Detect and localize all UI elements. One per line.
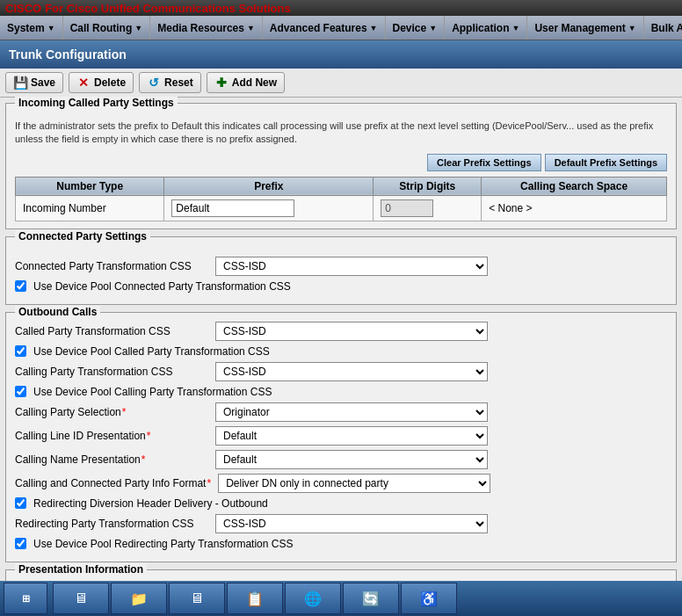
calling-line-id-select[interactable]: DefaultAllowedRestricted xyxy=(215,426,488,446)
connected-section-title: Connected Party Settings xyxy=(15,230,150,243)
use-device-pool-calling-row: Use Device Pool Calling Party Transforma… xyxy=(15,386,667,398)
taskbar-btn-4[interactable]: 📋 xyxy=(227,583,283,614)
nav-call-routing-arrow: ▼ xyxy=(134,24,142,33)
nav-bulk-administration-label: Bulk Administration xyxy=(651,22,682,34)
calling-name-presentation-row: Calling Name Presentation DefaultAllowed… xyxy=(15,450,667,469)
nav-bar: System ▼ Call Routing ▼ Media Resources … xyxy=(0,16,682,40)
delete-label: Delete xyxy=(94,76,126,89)
nav-bulk-administration[interactable]: Bulk Administration xyxy=(644,16,682,40)
brand-subtitle: For Cisco Unified Communications Solutio… xyxy=(45,2,291,15)
incoming-called-party-section: Incoming Called Party Settings If the ad… xyxy=(5,103,677,229)
taskbar-icon-4: 📋 xyxy=(246,591,264,607)
calling-connected-party-info-select[interactable]: Deliver DN only in connected partyDelive… xyxy=(218,474,490,493)
taskbar-btn-3[interactable]: 🖥 xyxy=(169,583,225,614)
delete-icon: ✕ xyxy=(76,76,91,90)
calling-connected-party-info-row: Calling and Connected Party Info Format … xyxy=(15,474,667,493)
css-value: < None > xyxy=(489,202,532,214)
calling-connected-party-info-label: Calling and Connected Party Info Format xyxy=(15,477,211,489)
calling-party-transform-css-select[interactable]: CSS-ISDNoneDefault xyxy=(215,362,488,381)
redirecting-party-transform-css-row: Redirecting Party Transformation CSS CSS… xyxy=(15,514,667,533)
save-button[interactable]: 💾 Save xyxy=(5,72,63,93)
calling-name-presentation-label: Calling Name Presentation xyxy=(15,453,208,466)
save-icon: 💾 xyxy=(13,76,27,90)
use-device-pool-redirecting-label: Use Device Pool Redirecting Party Transf… xyxy=(33,538,293,550)
taskbar-icon-2: 📁 xyxy=(130,591,148,607)
taskbar-btn-1[interactable]: 🖥 xyxy=(53,583,109,614)
calling-party-selection-select[interactable]: OriginatorFirst Redirect NumberLast Redi… xyxy=(215,402,488,422)
page-title: Trunk Configuration xyxy=(9,47,127,62)
add-new-button[interactable]: ✚ Add New xyxy=(207,72,285,93)
calling-party-transform-css-label: Calling Party Transformation CSS xyxy=(15,366,208,378)
reset-button[interactable]: ↺ Reset xyxy=(139,72,201,93)
add-new-label: Add New xyxy=(232,76,277,89)
start-button[interactable]: ⊞ xyxy=(4,583,47,614)
brand-logo: CISCO xyxy=(5,2,41,15)
add-icon: ✚ xyxy=(214,76,229,90)
reset-icon: ↺ xyxy=(147,76,161,90)
strip-digits-input[interactable] xyxy=(381,199,433,217)
taskbar-icon-5: 🌐 xyxy=(304,591,322,607)
cell-number-type: Incoming Number xyxy=(16,195,164,221)
use-device-pool-redirecting-checkbox[interactable] xyxy=(15,538,26,549)
nav-system-label: System xyxy=(7,22,45,34)
nav-call-routing[interactable]: Call Routing ▼ xyxy=(63,16,151,40)
connected-transform-css-row: Connected Party Transformation CSS CSS-I… xyxy=(15,257,667,276)
delete-button[interactable]: ✕ Delete xyxy=(69,72,134,93)
use-device-pool-connected-checkbox[interactable] xyxy=(15,280,26,292)
default-prefix-button[interactable]: Default Prefix Settings xyxy=(545,154,667,171)
nav-media-resources[interactable]: Media Resources ▼ xyxy=(150,16,263,40)
nav-user-management-label: User Management xyxy=(534,22,625,34)
nav-device[interactable]: Device ▼ xyxy=(386,16,446,40)
clear-prefix-button[interactable]: Clear Prefix Settings xyxy=(427,154,541,171)
outbound-section-title: Outbound Calls xyxy=(15,306,100,318)
nav-system[interactable]: System ▼ xyxy=(0,16,63,40)
nav-device-arrow: ▼ xyxy=(429,24,437,33)
presentation-section-title: Presentation Information xyxy=(15,563,147,576)
redirecting-party-transform-css-select[interactable]: CSS-ISDNoneDefault xyxy=(215,514,488,533)
use-device-pool-connected-row: Use Device Pool Connected Party Transfor… xyxy=(15,280,667,293)
nav-system-arrow: ▼ xyxy=(47,24,55,33)
called-party-transform-css-select[interactable]: CSS-ISDNoneDefault xyxy=(215,322,488,341)
connected-party-section: Connected Party Settings Connected Party… xyxy=(5,236,677,305)
use-device-pool-called-label: Use Device Pool Called Party Transformat… xyxy=(33,345,270,358)
incoming-btn-row: Clear Prefix Settings Default Prefix Set… xyxy=(15,154,667,171)
calling-name-presentation-select[interactable]: DefaultAllowedRestricted xyxy=(215,450,488,469)
nav-advanced-features-arrow: ▼ xyxy=(370,24,378,33)
taskbar-icon-6: 🔄 xyxy=(362,591,380,607)
outbound-calls-section: Outbound Calls Called Party Transformati… xyxy=(5,312,677,562)
page-title-bar: Trunk Configuration xyxy=(0,40,682,69)
taskbar: ⊞ 🖥 📁 🖥 📋 🌐 🔄 ♿ xyxy=(0,581,682,616)
taskbar-btn-5[interactable]: 🌐 xyxy=(285,583,341,614)
incoming-info-text: If the administrator sets the prefix to … xyxy=(15,120,667,147)
main-content: Incoming Called Party Settings If the ad… xyxy=(0,98,682,616)
nav-application-arrow: ▼ xyxy=(512,24,519,33)
nav-advanced-features[interactable]: Advanced Features ▼ xyxy=(263,16,386,40)
taskbar-btn-7[interactable]: ♿ xyxy=(401,583,457,614)
nav-application[interactable]: Application ▼ xyxy=(445,16,527,40)
cell-css: < None > xyxy=(482,195,667,221)
use-device-pool-connected-label: Use Device Pool Connected Party Transfor… xyxy=(33,280,291,293)
calling-line-id-label: Calling Line ID Presentation xyxy=(15,430,208,442)
called-party-transform-css-label: Called Party Transformation CSS xyxy=(15,325,208,337)
use-device-pool-calling-label: Use Device Pool Calling Party Transforma… xyxy=(33,386,272,398)
use-device-pool-called-checkbox[interactable] xyxy=(15,345,26,357)
connected-transform-css-select[interactable]: CSS-ISD None Default xyxy=(215,257,488,276)
nav-media-resources-arrow: ▼ xyxy=(247,24,255,33)
redirecting-diversion-checkbox[interactable] xyxy=(15,497,26,509)
use-device-pool-called-row: Use Device Pool Called Party Transformat… xyxy=(15,345,667,358)
calling-party-selection-row: Calling Party Selection OriginatorFirst … xyxy=(15,402,667,422)
col-number-type: Number Type xyxy=(16,177,164,195)
prefix-input[interactable] xyxy=(171,199,294,217)
redirecting-party-transform-css-label: Redirecting Party Transformation CSS xyxy=(15,518,208,530)
incoming-section-title: Incoming Called Party Settings xyxy=(15,97,178,109)
called-party-transform-css-row: Called Party Transformation CSS CSS-ISDN… xyxy=(15,322,667,341)
nav-device-label: Device xyxy=(393,22,427,34)
taskbar-btn-2[interactable]: 📁 xyxy=(111,583,167,614)
nav-advanced-features-label: Advanced Features xyxy=(270,22,367,34)
nav-user-management[interactable]: User Management ▼ xyxy=(527,16,643,40)
col-strip-digits: Strip Digits xyxy=(374,177,482,195)
connected-transform-css-label: Connected Party Transformation CSS xyxy=(15,260,208,272)
use-device-pool-calling-checkbox[interactable] xyxy=(15,386,26,397)
taskbar-btn-6[interactable]: 🔄 xyxy=(343,583,399,614)
nav-application-label: Application xyxy=(452,22,509,34)
